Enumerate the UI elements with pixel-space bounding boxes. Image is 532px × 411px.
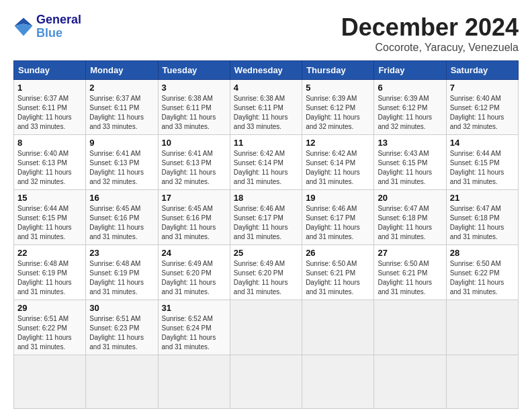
calendar-day: 18 Sunrise: 6:46 AM Sunset: 6:17 PM Dayl… — [230, 190, 302, 245]
calendar-day: 6 Sunrise: 6:39 AM Sunset: 6:12 PM Dayli… — [374, 80, 446, 135]
calendar-day: 31 Sunrise: 6:52 AM Sunset: 6:24 PM Dayl… — [158, 300, 230, 355]
header-monday: Monday — [86, 61, 158, 80]
calendar-week-row: 15 Sunrise: 6:44 AM Sunset: 6:15 PM Dayl… — [14, 190, 519, 245]
empty-day — [446, 355, 518, 409]
day-info: Sunrise: 6:47 AM Sunset: 6:18 PM Dayligh… — [450, 204, 515, 242]
day-info: Sunrise: 6:40 AM Sunset: 6:12 PM Dayligh… — [450, 94, 515, 132]
calendar-day: 29 Sunrise: 6:51 AM Sunset: 6:22 PM Dayl… — [14, 300, 86, 355]
day-info: Sunrise: 6:51 AM Sunset: 6:23 PM Dayligh… — [89, 314, 154, 352]
calendar-day: 16 Sunrise: 6:45 AM Sunset: 6:16 PM Dayl… — [86, 190, 158, 245]
day-info: Sunrise: 6:38 AM Sunset: 6:11 PM Dayligh… — [234, 94, 298, 132]
header-sunday: Sunday — [14, 61, 86, 80]
day-number: 14 — [450, 138, 515, 148]
day-info: Sunrise: 6:44 AM Sunset: 6:15 PM Dayligh… — [17, 204, 82, 242]
day-info: Sunrise: 6:48 AM Sunset: 6:19 PM Dayligh… — [89, 259, 154, 297]
page-header: General Blue December 2024 Cocorote, Yar… — [13, 13, 519, 54]
day-info: Sunrise: 6:45 AM Sunset: 6:16 PM Dayligh… — [89, 204, 154, 242]
empty-day — [230, 300, 302, 355]
day-number: 15 — [17, 193, 82, 203]
day-number: 2 — [89, 83, 154, 93]
logo-line2: Blue — [36, 27, 81, 40]
day-number: 22 — [17, 248, 82, 258]
calendar-week-row: 29 Sunrise: 6:51 AM Sunset: 6:22 PM Dayl… — [14, 300, 519, 355]
title-block: December 2024 Cocorote, Yaracuy, Venezue… — [341, 13, 519, 54]
day-number: 1 — [17, 83, 82, 93]
calendar-week-row: 1 Sunrise: 6:37 AM Sunset: 6:11 PM Dayli… — [14, 80, 519, 135]
day-info: Sunrise: 6:47 AM Sunset: 6:18 PM Dayligh… — [378, 204, 442, 242]
empty-day — [14, 355, 86, 409]
day-info: Sunrise: 6:45 AM Sunset: 6:16 PM Dayligh… — [162, 204, 226, 242]
day-number: 7 — [450, 83, 515, 93]
calendar-week-row: 22 Sunrise: 6:48 AM Sunset: 6:19 PM Dayl… — [14, 245, 519, 300]
calendar-day: 11 Sunrise: 6:42 AM Sunset: 6:14 PM Dayl… — [230, 135, 302, 190]
logo-line1: General — [36, 13, 81, 27]
empty-day — [374, 300, 446, 355]
calendar-day: 30 Sunrise: 6:51 AM Sunset: 6:23 PM Dayl… — [86, 300, 158, 355]
header-friday: Friday — [374, 61, 446, 80]
day-number: 29 — [17, 303, 82, 313]
calendar-day: 4 Sunrise: 6:38 AM Sunset: 6:11 PM Dayli… — [230, 80, 302, 135]
day-info: Sunrise: 6:46 AM Sunset: 6:17 PM Dayligh… — [234, 204, 298, 242]
day-number: 26 — [306, 248, 370, 258]
day-info: Sunrise: 6:49 AM Sunset: 6:20 PM Dayligh… — [162, 259, 226, 297]
weekday-header-row: Sunday Monday Tuesday Wednesday Thursday… — [14, 61, 519, 80]
day-info: Sunrise: 6:51 AM Sunset: 6:22 PM Dayligh… — [17, 314, 82, 352]
calendar-day: 27 Sunrise: 6:50 AM Sunset: 6:21 PM Dayl… — [374, 245, 446, 300]
day-info: Sunrise: 6:43 AM Sunset: 6:15 PM Dayligh… — [378, 149, 442, 187]
day-info: Sunrise: 6:41 AM Sunset: 6:13 PM Dayligh… — [89, 149, 154, 187]
day-number: 19 — [306, 193, 370, 203]
day-info: Sunrise: 6:42 AM Sunset: 6:14 PM Dayligh… — [234, 149, 298, 187]
header-tuesday: Tuesday — [158, 61, 230, 80]
empty-day — [158, 355, 230, 409]
day-number: 16 — [89, 193, 154, 203]
calendar-week-row — [14, 355, 519, 409]
calendar-day: 23 Sunrise: 6:48 AM Sunset: 6:19 PM Dayl… — [86, 245, 158, 300]
day-info: Sunrise: 6:39 AM Sunset: 6:12 PM Dayligh… — [306, 94, 370, 132]
day-number: 8 — [17, 138, 82, 148]
day-info: Sunrise: 6:50 AM Sunset: 6:21 PM Dayligh… — [306, 259, 370, 297]
calendar-day: 24 Sunrise: 6:49 AM Sunset: 6:20 PM Dayl… — [158, 245, 230, 300]
calendar-day: 17 Sunrise: 6:45 AM Sunset: 6:16 PM Dayl… — [158, 190, 230, 245]
day-number: 24 — [162, 248, 226, 258]
day-info: Sunrise: 6:52 AM Sunset: 6:24 PM Dayligh… — [162, 314, 226, 352]
month-title: December 2024 — [341, 13, 519, 42]
day-number: 12 — [306, 138, 370, 148]
calendar-day: 3 Sunrise: 6:38 AM Sunset: 6:11 PM Dayli… — [158, 80, 230, 135]
empty-day — [446, 300, 518, 355]
calendar-day: 10 Sunrise: 6:41 AM Sunset: 6:13 PM Dayl… — [158, 135, 230, 190]
day-number: 28 — [450, 248, 515, 258]
day-number: 25 — [234, 248, 298, 258]
day-info: Sunrise: 6:41 AM Sunset: 6:13 PM Dayligh… — [162, 149, 226, 187]
day-number: 9 — [89, 138, 154, 148]
day-number: 6 — [378, 83, 442, 93]
day-number: 20 — [378, 193, 442, 203]
day-number: 11 — [234, 138, 298, 148]
calendar-day: 25 Sunrise: 6:49 AM Sunset: 6:20 PM Dayl… — [230, 245, 302, 300]
calendar-day: 21 Sunrise: 6:47 AM Sunset: 6:18 PM Dayl… — [446, 190, 518, 245]
day-number: 30 — [89, 303, 154, 313]
day-number: 10 — [162, 138, 226, 148]
calendar-day: 15 Sunrise: 6:44 AM Sunset: 6:15 PM Dayl… — [14, 190, 86, 245]
day-info: Sunrise: 6:50 AM Sunset: 6:22 PM Dayligh… — [450, 259, 515, 297]
day-info: Sunrise: 6:39 AM Sunset: 6:12 PM Dayligh… — [378, 94, 442, 132]
empty-day — [86, 355, 158, 409]
day-number: 23 — [89, 248, 154, 258]
day-number: 17 — [162, 193, 226, 203]
calendar-day: 12 Sunrise: 6:42 AM Sunset: 6:14 PM Dayl… — [302, 135, 374, 190]
logo: General Blue — [13, 13, 81, 40]
day-number: 5 — [306, 83, 370, 93]
day-number: 31 — [162, 303, 226, 313]
day-number: 3 — [162, 83, 226, 93]
calendar-day: 28 Sunrise: 6:50 AM Sunset: 6:22 PM Dayl… — [446, 245, 518, 300]
calendar-day: 5 Sunrise: 6:39 AM Sunset: 6:12 PM Dayli… — [302, 80, 374, 135]
day-info: Sunrise: 6:38 AM Sunset: 6:11 PM Dayligh… — [162, 94, 226, 132]
calendar-day: 9 Sunrise: 6:41 AM Sunset: 6:13 PM Dayli… — [86, 135, 158, 190]
calendar-day: 2 Sunrise: 6:37 AM Sunset: 6:11 PM Dayli… — [86, 80, 158, 135]
calendar-day: 8 Sunrise: 6:40 AM Sunset: 6:13 PM Dayli… — [14, 135, 86, 190]
day-info: Sunrise: 6:50 AM Sunset: 6:21 PM Dayligh… — [378, 259, 442, 297]
day-number: 4 — [234, 83, 298, 93]
day-number: 18 — [234, 193, 298, 203]
calendar-day: 20 Sunrise: 6:47 AM Sunset: 6:18 PM Dayl… — [374, 190, 446, 245]
calendar-day: 22 Sunrise: 6:48 AM Sunset: 6:19 PM Dayl… — [14, 245, 86, 300]
day-number: 21 — [450, 193, 515, 203]
